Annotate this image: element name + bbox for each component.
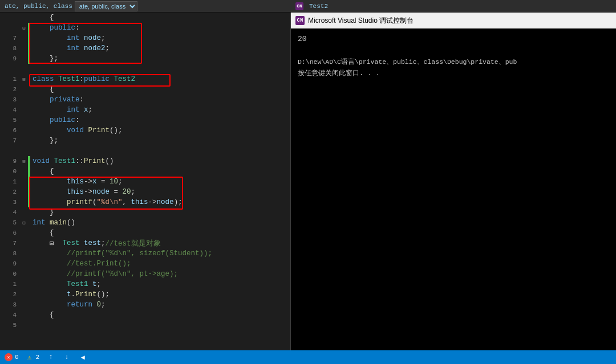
arrow-up-button[interactable]: ↑: [46, 353, 55, 362]
code-line: {: [33, 310, 290, 320]
line-numbers: 7 8 9 1 2 3 4 5 6 7 9 0 1 2 3 4 5 6 7: [0, 13, 20, 350]
code-line: }: [33, 207, 290, 218]
code-line: this->node = 20;: [33, 187, 290, 197]
code-line: //printf("%d\n", sizeof(Student));: [33, 248, 290, 259]
warning-count: 2: [36, 354, 40, 361]
code-content[interactable]: { public: int node; int node2; }; class …: [30, 13, 290, 350]
console-output-line: [298, 44, 609, 56]
code-line: t.Print();: [33, 289, 290, 300]
code-line: printf("%d\n", this->node);: [33, 197, 290, 207]
console-path-line: D:\new\AD\C语言\private、public、class\Debug…: [298, 56, 609, 67]
code-line: {: [33, 84, 290, 95]
error-status: ✕ 0: [5, 353, 19, 361]
console-body[interactable]: 20 D:\new\AD\C语言\private、public、class\De…: [291, 28, 616, 83]
code-line: //printf("%d\n", pt->age);: [33, 269, 290, 279]
code-line: void Print();: [33, 125, 290, 136]
code-line: {: [33, 13, 290, 23]
code-line: class Test1:public Test2: [33, 74, 290, 84]
code-line: void Test1::Print(): [33, 156, 290, 166]
code-line: ⊟ Test test;//test就是对象: [33, 238, 290, 248]
code-line: int main(): [33, 218, 290, 228]
code-line: public:: [33, 115, 290, 125]
code-line: int x;: [33, 105, 290, 115]
fold-gutter: ⊟ ⊟ ⊟ ⊟: [20, 13, 28, 350]
code-line: {: [33, 166, 290, 177]
console-icon: CN: [295, 16, 305, 25]
right-title-text: Test2: [309, 3, 328, 10]
code-line: };: [33, 54, 290, 64]
code-line: };: [33, 136, 290, 146]
breadcrumb-text: ate, public, class: [5, 3, 72, 10]
code-line: {: [33, 228, 290, 238]
arrow-left-button[interactable]: ◀: [78, 353, 87, 362]
console-close-line: 按任意键关闭此窗口. . .: [298, 67, 609, 79]
breadcrumb-bar: ate, public, class ate, public, class: [0, 0, 291, 13]
code-line: int node2;: [33, 43, 290, 54]
debug-console: CN Microsoft Visual Studio 调试控制台 20 D:\n…: [291, 13, 616, 350]
cn-icon: CN: [295, 2, 303, 10]
code-line: public:: [33, 23, 290, 33]
code-editor: 7 8 9 1 2 3 4 5 6 7 9 0 1 2 3 4 5 6 7: [0, 13, 291, 350]
status-bar: ✕ 0 ⚠ 2 ↑ ↓ ◀: [0, 350, 616, 364]
arrow-down-button[interactable]: ↓: [62, 353, 71, 362]
code-line: [33, 64, 290, 74]
code-line: Test1 t;: [33, 279, 290, 289]
code-line: int node;: [33, 33, 290, 43]
code-line: private:: [33, 95, 290, 105]
error-count: 0: [15, 354, 19, 361]
code-line: [33, 146, 290, 156]
warning-icon: ⚠: [26, 353, 34, 361]
code-line: this->x = 10;: [33, 177, 290, 187]
console-title-bar: CN Microsoft Visual Studio 调试控制台: [291, 13, 616, 28]
console-output-line: 20: [298, 33, 609, 44]
breadcrumb-dropdown[interactable]: ate, public, class: [75, 1, 137, 11]
warning-status: ⚠ 2: [26, 353, 40, 361]
error-icon: ✕: [5, 353, 13, 361]
code-line: return 0;: [33, 300, 290, 310]
code-line: //test.Print();: [33, 259, 290, 269]
console-title-text: Microsoft Visual Studio 调试控制台: [308, 16, 414, 26]
right-title-bar: CN Test2: [291, 0, 616, 13]
